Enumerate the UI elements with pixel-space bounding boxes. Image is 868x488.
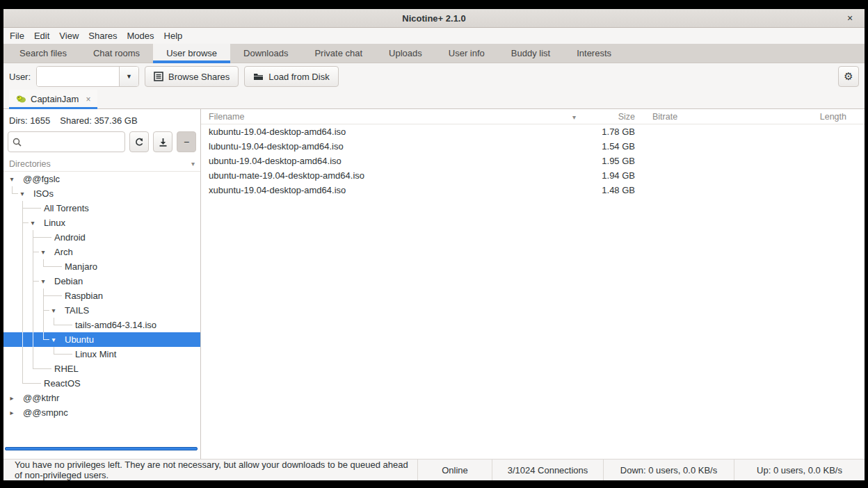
connection-status: Online	[417, 459, 492, 480]
table-row[interactable]: ubuntu-19.04-desktop-amd64.iso1.95 GB	[201, 154, 865, 168]
tree-item--smpnc[interactable]: ▸@@smpnc	[3, 405, 200, 420]
tree-connector-line	[33, 368, 51, 369]
length-header-label: Length	[820, 112, 846, 122]
menu-item-modes[interactable]: Modes	[122, 28, 159, 44]
column-header-length[interactable]: Length	[760, 109, 865, 124]
expander-open-icon[interactable]: ▾	[48, 303, 59, 318]
browse-shares-button[interactable]: Browse Shares	[145, 66, 239, 87]
tree-item-tails-amd64-3-14-iso[interactable]: tails-amd64-3.14.iso	[3, 318, 200, 332]
tree-item-label: @@ktrhr	[23, 391, 59, 405]
tree-guide-line	[22, 288, 23, 303]
tree-guide-line	[22, 361, 23, 376]
menu-item-view[interactable]: View	[54, 28, 83, 44]
tree-item--fgslc[interactable]: ▾@@fgslc	[3, 172, 200, 186]
menu-item-shares[interactable]: Shares	[83, 28, 122, 44]
table-row[interactable]: ubuntu-mate-19.04-desktop-amd64.iso1.94 …	[201, 168, 865, 183]
file-length-cell	[760, 183, 865, 197]
expander-open-icon[interactable]: ▾	[48, 332, 59, 347]
menu-item-edit[interactable]: Edit	[29, 28, 54, 44]
tree-item-android[interactable]: Android	[3, 230, 200, 245]
folder-search-row: −	[3, 130, 200, 156]
column-header-bitrate[interactable]: Bitrate	[643, 109, 760, 124]
close-tab-icon[interactable]: ×	[86, 95, 90, 104]
file-size-cell: 1.48 GB	[584, 183, 643, 197]
user-input[interactable]	[37, 67, 119, 86]
tree-item-linux-mint[interactable]: Linux Mint	[3, 347, 200, 361]
expander-closed-icon[interactable]: ▸	[6, 405, 17, 420]
folder-search-input[interactable]	[24, 137, 120, 147]
tree-item-debian[interactable]: ▾Debian	[3, 274, 200, 288]
file-size-cell: 1.95 GB	[584, 154, 643, 168]
tree-connector-line	[43, 295, 62, 296]
tree-item-raspbian[interactable]: Raspbian	[3, 288, 200, 303]
tab-uploads[interactable]: Uploads	[376, 44, 435, 63]
tree-item-manjaro[interactable]: Manjaro	[3, 259, 200, 274]
expander-open-icon[interactable]: ▾	[38, 274, 49, 288]
file-bitrate-cell	[643, 139, 760, 154]
column-header-size[interactable]: Size	[584, 109, 643, 124]
tree-item-ubuntu[interactable]: ▾Ubuntu	[3, 332, 200, 347]
subtab-user[interactable]: CaptainJam×	[9, 90, 97, 108]
refresh-button[interactable]	[129, 131, 149, 152]
tree-item-arch[interactable]: ▾Arch	[3, 245, 200, 259]
tree-guide-line	[22, 332, 23, 347]
tree-item-linux[interactable]: ▾Linux	[3, 215, 200, 230]
directories-column-header[interactable]: Directories ▾	[3, 156, 200, 172]
tree-item-label: ReactOS	[44, 376, 81, 391]
table-row[interactable]: lubuntu-19.04-desktop-amd64.iso1.54 GB	[201, 139, 865, 154]
expander-open-icon[interactable]: ▾	[17, 186, 28, 201]
expander-open-icon[interactable]: ▾	[38, 245, 49, 259]
tab-search-files[interactable]: Search files	[6, 44, 80, 63]
load-from-disk-label: Load from Disk	[268, 72, 329, 82]
tree-guide-line	[22, 259, 23, 274]
tab-buddy-list[interactable]: Buddy list	[498, 44, 563, 63]
list-document-icon	[154, 72, 163, 81]
tab-private-chat[interactable]: Private chat	[301, 44, 376, 63]
tree-horizontal-scrollbar[interactable]	[5, 447, 198, 450]
tree-item-reactos[interactable]: ReactOS	[3, 376, 200, 391]
tree-item--ktrhr[interactable]: ▸@@ktrhr	[3, 391, 200, 405]
filename-header-label: Filename	[209, 112, 244, 122]
menu-item-file[interactable]: File	[5, 28, 29, 44]
tree-item-label: Linux Mint	[75, 347, 116, 361]
tree-item-label: tails-amd64-3.14.iso	[75, 318, 156, 332]
file-bitrate-cell	[643, 168, 760, 183]
size-header-label: Size	[618, 112, 635, 122]
tab-downloads[interactable]: Downloads	[230, 44, 301, 63]
menu-item-help[interactable]: Help	[159, 28, 188, 44]
browse-left-panel: Dirs: 1655 Shared: 357.36 GB	[3, 109, 201, 459]
window-close-icon[interactable]: ×	[844, 12, 856, 24]
tree-item-isos[interactable]: ▾ISOs	[3, 186, 200, 201]
tree-item-tails[interactable]: ▾TAILS	[3, 303, 200, 318]
collapse-all-button[interactable]: −	[177, 131, 196, 152]
file-length-cell	[760, 154, 865, 168]
file-name-cell: kubuntu-19.04-desktop-amd64.iso	[201, 124, 584, 139]
tab-user-info[interactable]: User info	[435, 44, 498, 63]
share-stats: Dirs: 1655 Shared: 357.36 GB	[3, 109, 200, 130]
file-name-cell: xubuntu-19.04-desktop-amd64.iso	[201, 183, 584, 197]
table-row[interactable]: kubuntu-19.04-desktop-amd64.iso1.78 GB	[201, 124, 865, 139]
tab-user-browse[interactable]: User browse	[153, 44, 230, 63]
directories-sort-arrow-icon: ▾	[191, 160, 195, 168]
tree-item-all-torrents[interactable]: All Torrents	[3, 201, 200, 215]
tree-item-rhel[interactable]: RHEL	[3, 361, 200, 376]
tree-guide-line	[22, 303, 23, 318]
user-combo-dropdown-button[interactable]: ▼	[119, 67, 138, 86]
table-row[interactable]: xubuntu-19.04-desktop-amd64.iso1.48 GB	[201, 183, 865, 197]
settings-button[interactable]: ⚙	[838, 66, 859, 87]
column-header-filename[interactable]: Filename ▾	[201, 109, 584, 124]
expander-closed-icon[interactable]: ▸	[6, 391, 17, 405]
tree-guide-line	[33, 347, 33, 361]
expander-open-icon[interactable]: ▾	[27, 215, 38, 230]
tree-item-label: Manjaro	[65, 259, 97, 274]
save-list-button[interactable]	[153, 131, 172, 152]
tab-interests[interactable]: Interests	[563, 44, 625, 63]
tab-chat-rooms[interactable]: Chat rooms	[80, 44, 153, 63]
menubar: FileEditViewSharesModesHelp	[3, 28, 865, 44]
user-status-icon	[16, 95, 26, 104]
expander-open-icon[interactable]: ▾	[6, 172, 17, 186]
file-length-cell	[760, 168, 865, 183]
folder-search-field[interactable]	[8, 131, 125, 152]
filename-sort-arrow-icon: ▾	[572, 113, 584, 121]
load-from-disk-button[interactable]: Load from Disk	[244, 66, 338, 87]
